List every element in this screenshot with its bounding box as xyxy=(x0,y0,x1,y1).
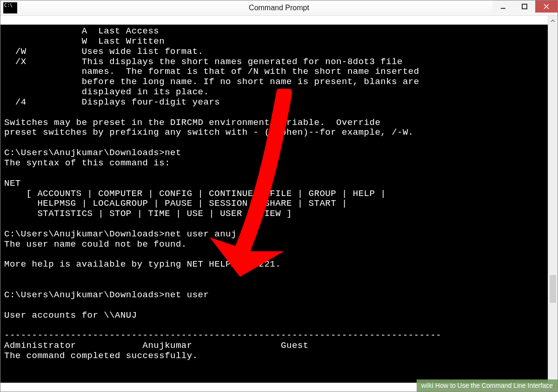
close-button[interactable] xyxy=(535,0,558,13)
vertical-scrollbar[interactable] xyxy=(548,16,558,392)
window-title: Command Prompt xyxy=(249,4,309,12)
titlebar[interactable]: Command Prompt xyxy=(0,0,558,16)
maximize-button[interactable] xyxy=(514,0,535,13)
scrollbar-thumb[interactable] xyxy=(550,275,556,303)
svg-rect-0 xyxy=(501,8,505,9)
window-controls xyxy=(492,0,558,13)
client-area: A Last Access W Last Written /W Uses wid… xyxy=(0,16,558,392)
minimize-icon xyxy=(500,4,506,9)
minimize-button[interactable] xyxy=(492,0,514,13)
close-icon xyxy=(544,4,549,9)
svg-rect-1 xyxy=(522,4,527,9)
caption-brand: wiki xyxy=(421,382,433,389)
maximize-icon xyxy=(522,4,527,9)
wikihow-caption: wiki How to Use the Command Line Interfa… xyxy=(417,379,558,392)
scrollbar-track[interactable] xyxy=(548,26,558,381)
scroll-up-button[interactable] xyxy=(549,17,557,25)
terminal-output[interactable]: A Last Access W Last Written /W Uses wid… xyxy=(0,25,548,383)
app-icon xyxy=(3,2,17,13)
caption-text: How to Use the Command Line Interface xyxy=(435,382,553,389)
command-prompt-window: Command Prompt A Last Access W Last Writ… xyxy=(0,0,558,392)
chevron-up-icon xyxy=(551,19,555,23)
